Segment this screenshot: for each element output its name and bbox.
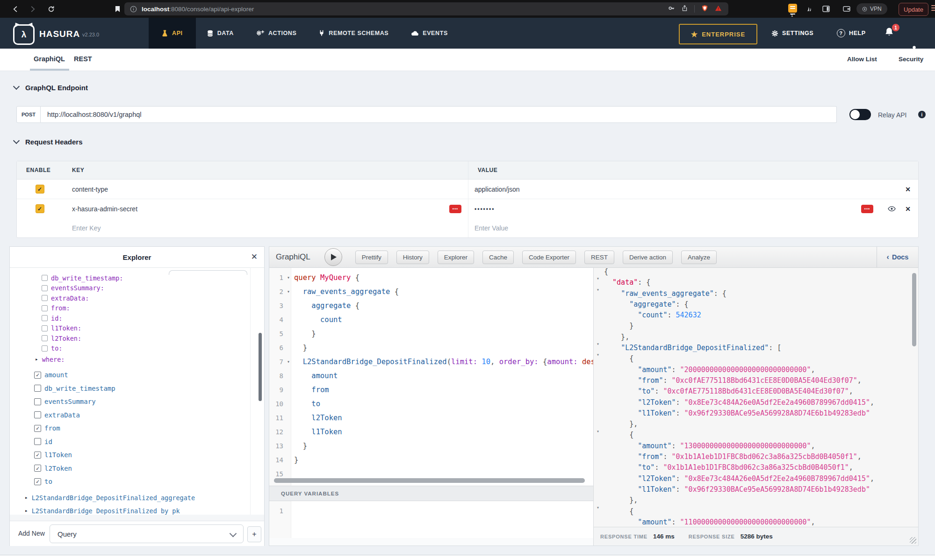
nav-item-remote-schemas[interactable]: REMOTE SCHEMAS bbox=[308, 18, 400, 49]
update-button[interactable]: Update bbox=[899, 3, 928, 16]
explorer-arg-item[interactable]: to: bbox=[10, 344, 264, 354]
field-checkbox[interactable]: ✓ bbox=[34, 478, 41, 485]
info-icon[interactable]: i bbox=[918, 111, 926, 118]
fold-icon[interactable]: ▾ bbox=[287, 285, 290, 299]
notifications-button[interactable]: 1 bbox=[885, 27, 897, 39]
toolbar-button-derive-action[interactable]: Derive action bbox=[623, 251, 673, 264]
fold-icon[interactable]: ▾ bbox=[597, 352, 599, 357]
arg-checkbox[interactable] bbox=[42, 285, 48, 291]
arg-checkbox[interactable] bbox=[42, 275, 48, 281]
back-icon[interactable] bbox=[10, 4, 21, 14]
relay-api-toggle[interactable] bbox=[849, 109, 871, 120]
leo-icon[interactable] bbox=[804, 4, 814, 14]
menu-icon[interactable] bbox=[931, 5, 935, 12]
fold-icon[interactable]: ▾ bbox=[287, 271, 290, 285]
fold-icon[interactable]: ▾ bbox=[597, 287, 599, 292]
enable-checkbox[interactable]: ✓ bbox=[36, 185, 44, 194]
request-headers-section-title[interactable]: Request Headers bbox=[14, 138, 83, 146]
explorer-scrollbar[interactable] bbox=[259, 333, 262, 401]
help-button[interactable]: ? HELP bbox=[837, 18, 866, 49]
security-link[interactable]: Security bbox=[899, 56, 923, 63]
endpoint-url-input[interactable] bbox=[41, 106, 837, 123]
fold-icon[interactable]: ▾ bbox=[597, 505, 599, 510]
query-editor[interactable]: 1▾2▾34567▾89101112131415 query MyQuery {… bbox=[269, 268, 593, 486]
fold-icon[interactable]: ▾ bbox=[287, 355, 290, 369]
forward-icon[interactable] bbox=[27, 4, 37, 14]
explorer-field-item[interactable]: ✓l2Token bbox=[10, 462, 264, 475]
notes-icon[interactable]: 1 bbox=[788, 4, 797, 13]
nav-item-api[interactable]: API bbox=[149, 18, 196, 49]
arg-checkbox[interactable] bbox=[42, 305, 48, 311]
operation-type-select[interactable]: Query bbox=[50, 524, 244, 543]
allow-list-link[interactable]: Allow List bbox=[847, 56, 877, 63]
arg-checkbox[interactable] bbox=[42, 315, 48, 321]
toolbar-button-cache[interactable]: Cache bbox=[482, 251, 514, 264]
resize-grip[interactable] bbox=[910, 537, 916, 544]
explorer-field-item[interactable]: ✓to bbox=[10, 475, 264, 488]
response-scrollbar[interactable] bbox=[912, 273, 916, 346]
arg-checkbox[interactable] bbox=[42, 325, 48, 331]
brave-shield-icon[interactable] bbox=[701, 5, 708, 13]
toolbar-button-history[interactable]: History bbox=[396, 251, 429, 264]
field-checkbox[interactable] bbox=[34, 385, 41, 392]
explorer-arg-item[interactable]: from: bbox=[10, 303, 264, 314]
header-value-input[interactable]: ••••••• bbox=[475, 206, 495, 212]
site-info-icon[interactable] bbox=[130, 6, 137, 13]
reload-icon[interactable] bbox=[46, 4, 56, 14]
toolbar-button-explorer[interactable]: Explorer bbox=[438, 251, 474, 264]
explorer-field-item[interactable]: ✓amount bbox=[10, 368, 264, 382]
header-key-input[interactable]: x-hasura-admin-secret bbox=[72, 205, 137, 213]
explorer-arg-item[interactable]: id: bbox=[10, 313, 264, 323]
query-variables-bar[interactable]: QUERY VARIABLES bbox=[269, 486, 593, 501]
explorer-arg-item[interactable]: extraData: bbox=[10, 293, 264, 303]
wallet-icon[interactable] bbox=[842, 4, 852, 14]
toolbar-button-analyze[interactable]: Analyze bbox=[681, 251, 717, 264]
toolbar-button-code-exporter[interactable]: Code Exporter bbox=[522, 251, 576, 264]
explorer-field-item[interactable]: id bbox=[10, 435, 264, 449]
explorer-field-item[interactable]: db_write_timestamp bbox=[10, 382, 264, 395]
warning-triangle-icon[interactable] bbox=[715, 5, 722, 13]
explorer-field-item[interactable]: ✓from bbox=[10, 422, 264, 435]
key-icon[interactable] bbox=[668, 5, 675, 13]
explorer-arg-item[interactable]: l2Token: bbox=[10, 333, 264, 344]
nav-item-actions[interactable]: ACTIONS bbox=[245, 18, 308, 49]
editor-horizontal-scrollbar[interactable] bbox=[274, 478, 585, 483]
explorer-arg-item[interactable]: l1Token: bbox=[10, 323, 264, 334]
arg-checkbox[interactable] bbox=[42, 335, 48, 341]
share-icon[interactable] bbox=[682, 5, 688, 13]
add-operation-button[interactable]: + bbox=[247, 526, 261, 542]
enterprise-button[interactable]: ★ ENTERPRISE bbox=[679, 24, 757, 44]
close-icon[interactable]: ✕ bbox=[251, 252, 258, 262]
vpn-pill[interactable]: VPN bbox=[856, 3, 887, 14]
field-checkbox[interactable] bbox=[34, 438, 41, 445]
explorer-collapsed-item[interactable]: ▸L2StandardBridge_DepositFinalized_aggre… bbox=[10, 491, 264, 504]
url-bar[interactable]: localhost:8080/console/api/api-explorer bbox=[124, 2, 728, 15]
toolbar-button-prettify[interactable]: Prettify bbox=[355, 251, 388, 264]
query-variables-editor[interactable]: 1 bbox=[269, 501, 593, 538]
field-checkbox[interactable]: ✓ bbox=[34, 465, 41, 472]
explorer-arg-item[interactable]: eventsSummary: bbox=[10, 283, 264, 294]
execute-query-button[interactable] bbox=[324, 248, 342, 266]
explorer-collapsed-item[interactable]: ▸L2StandardBridge_DepositFinalized_by_pk bbox=[10, 504, 264, 516]
arg-checkbox[interactable] bbox=[42, 345, 48, 352]
fold-icon[interactable]: ▾ bbox=[597, 341, 599, 346]
tab-graphiql[interactable]: GraphiQL bbox=[34, 55, 65, 63]
field-checkbox[interactable]: ✓ bbox=[34, 452, 41, 459]
remove-header-icon[interactable]: ✕ bbox=[905, 186, 911, 193]
explorer-field-item[interactable]: extraData bbox=[10, 409, 264, 422]
bookmark-icon[interactable] bbox=[112, 4, 122, 14]
remove-header-icon[interactable]: ✕ bbox=[905, 205, 911, 213]
hasura-logo[interactable]: λ bbox=[13, 24, 35, 45]
tab-rest[interactable]: REST bbox=[74, 55, 92, 63]
field-checkbox[interactable]: ✓ bbox=[34, 425, 41, 432]
fold-icon[interactable]: ▾ bbox=[597, 276, 599, 281]
header-value-input[interactable]: application/json bbox=[475, 186, 520, 193]
explorer-field-item[interactable]: ✓l1Token bbox=[10, 448, 264, 462]
nav-item-data[interactable]: DATA bbox=[196, 18, 245, 49]
value-input[interactable]: Enter Value bbox=[475, 224, 508, 232]
toolbar-button-rest[interactable]: REST bbox=[584, 251, 614, 264]
sidebar-icon[interactable] bbox=[821, 4, 831, 14]
settings-button[interactable]: SETTINGS bbox=[771, 18, 813, 49]
fold-icon[interactable]: ▾ bbox=[597, 429, 599, 434]
endpoint-section-title[interactable]: GraphQL Endpoint bbox=[14, 84, 88, 92]
